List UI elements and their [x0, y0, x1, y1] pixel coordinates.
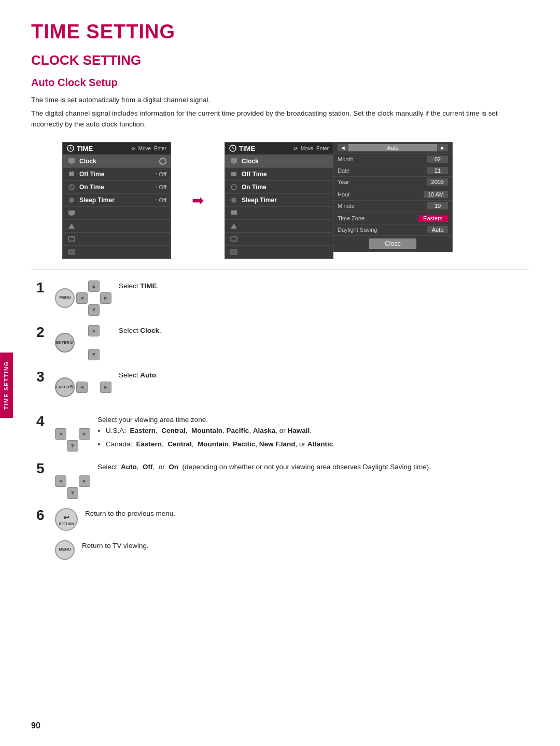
svg-rect-5	[69, 172, 74, 176]
svg-rect-23	[233, 163, 235, 164]
description-2: The digital channel signal includes info…	[31, 108, 529, 130]
nav-right-step3[interactable]: ►	[100, 382, 111, 393]
side-tab-label: TIME SETTING	[0, 353, 13, 418]
tv-panel-left-icon-sleep	[67, 195, 76, 205]
panels-row: TIME ⟳ Move Enter Clock Off Time : Off	[62, 142, 529, 259]
nav-right-step5[interactable]: ►	[79, 475, 90, 487]
tv-panel-left-row-clock: Clock	[63, 155, 171, 168]
tv-panel-left-icon-extra3	[67, 234, 76, 244]
nav-up-step1[interactable]: ▲	[88, 280, 100, 292]
tv-panel-left-value-ontime: : Off	[156, 184, 166, 190]
nav-left-step4[interactable]: ◄	[55, 428, 66, 440]
nav-left-step1[interactable]: ◄	[76, 292, 88, 304]
step-1-text: Select TIME.	[119, 280, 529, 292]
step-5-text: Select Auto, Off, or On (depending on wh…	[97, 461, 529, 473]
tv-panel-right-row-ontime: On Time	[225, 181, 333, 194]
sub-title: Auto Clock Setup	[31, 77, 529, 89]
steps-area: 1 MENU ▲ ▼ ◄ ► Select TIME. 2 ENTER⊙ ▲ ▼…	[36, 280, 529, 560]
page-number: 90	[31, 721, 40, 730]
nav-down-step4[interactable]: ▼	[67, 440, 78, 452]
tv-panel-left-row-extra1	[63, 207, 171, 220]
menu-btn-step1[interactable]: MENU	[55, 288, 75, 308]
tv-panel-right-row-clock: Clock	[225, 155, 333, 168]
step-2-num: 2	[36, 325, 48, 340]
step-7-num	[36, 540, 48, 555]
tv-panel-left-row-offtime: Off Time : Off	[63, 168, 171, 181]
tv-panel-left-label-offtime: Off Time	[79, 171, 156, 178]
tv-panel-right-move-icon: ⟳	[293, 146, 298, 151]
step-5-buttons: ▼ ◄ ►	[55, 463, 90, 499]
svg-rect-12	[68, 210, 75, 215]
step-6-text: Return to the previous menu.	[85, 508, 529, 519]
step-1-num: 1	[36, 280, 48, 295]
tv-panel-right-row-offtime: Off Time	[225, 168, 333, 181]
nav-down-step2[interactable]: ▼	[88, 349, 100, 360]
close-button[interactable]: Close	[369, 238, 416, 249]
auto-next-btn[interactable]: ►	[437, 144, 448, 151]
svg-rect-3	[68, 158, 75, 163]
svg-line-10	[72, 187, 73, 188]
menu-btn-step7[interactable]: MENU	[55, 540, 75, 560]
svg-line-21	[233, 148, 234, 149]
expanded-value-minute: 10	[427, 202, 448, 209]
expanded-row-hour: Hour 10 AM	[333, 189, 452, 201]
tv-panel-right-row-sleep: Sleep Timer	[225, 194, 333, 207]
svg-marker-28	[231, 223, 237, 229]
expanded-label-daylight: Daylight Saving	[338, 227, 427, 233]
nav-cluster-step4: ▼ ◄ ►	[55, 416, 90, 452]
auto-value: Auto	[348, 144, 437, 151]
svg-rect-13	[71, 215, 73, 216]
expanded-row-month: Month 02	[333, 154, 452, 165]
tv-panel-expanded: ◄ Auto ► Month 02 Date 21 Year 2009 H	[333, 142, 453, 252]
expanded-row-year: Year 2009	[333, 177, 452, 188]
clock-icon-right	[229, 145, 236, 152]
nav-up-step2[interactable]: ▲	[88, 325, 100, 336]
step-7-text: Return to TV viewing.	[82, 540, 529, 552]
tv-panel-right-row-ex1	[225, 207, 333, 220]
tv-panel-left-label-sleep: Sleep Timer	[79, 196, 156, 204]
step-7-buttons: MENU	[55, 540, 75, 560]
tv-panel-left-icon-extra2	[67, 221, 76, 231]
description-1: The time is set automatically from a dig…	[31, 95, 529, 105]
page-title: TIME SETTING	[31, 21, 529, 43]
nav-down-step5[interactable]: ▼	[67, 487, 78, 499]
divider	[31, 270, 529, 270]
tv-panel-left-value-offtime: : Off	[156, 171, 166, 177]
tv-panel-left-row-sleep: Sleep Timer : Off	[63, 194, 171, 207]
step-3-row: 3 ENTER⊙ ◄ ► Select Auto.	[36, 370, 529, 405]
tv-panel-right-enter-label: Enter	[316, 146, 329, 151]
svg-rect-22	[231, 158, 237, 163]
step-2-buttons: ENTER⊙ ▲ ▼	[55, 325, 111, 360]
expanded-row-daylight: Daylight Saving Auto	[333, 224, 452, 236]
nav-left-step5[interactable]: ◄	[55, 475, 66, 487]
svg-point-18	[70, 250, 73, 254]
svg-rect-24	[231, 172, 236, 176]
expanded-value-daylight: Auto	[427, 226, 448, 233]
return-btn-step6[interactable]: ↩ RETURN	[55, 508, 78, 531]
step-2-text: Select Clock.	[119, 325, 529, 336]
enter-btn-step3[interactable]: ENTER⊙	[55, 377, 75, 397]
tv-panel-right-row-ex4	[225, 246, 333, 259]
tv-panel-left-move-icon: ⟳	[131, 146, 135, 151]
nav-left-step3[interactable]: ◄	[76, 382, 88, 393]
step-7-row: MENU Return to TV viewing.	[36, 540, 529, 560]
enter-btn-step2[interactable]: ENTER⊙	[55, 333, 75, 353]
svg-rect-16	[71, 236, 73, 237]
auto-prev-btn[interactable]: ◄	[338, 144, 348, 151]
nav-cluster-step3: ◄ ►	[76, 370, 111, 405]
step-6-buttons: ↩ RETURN	[55, 508, 78, 531]
nav-right-step4[interactable]: ►	[79, 428, 90, 440]
expanded-label-month: Month	[338, 156, 427, 162]
expanded-label-date: Date	[338, 167, 427, 174]
tv-panel-left-row-ontime: On Time : Off	[63, 181, 171, 194]
nav-down-step1[interactable]: ▼	[88, 304, 100, 316]
svg-rect-15	[68, 237, 75, 241]
svg-rect-29	[231, 237, 237, 241]
tv-panel-right-label-clock: Clock	[242, 158, 329, 165]
svg-rect-4	[71, 163, 73, 164]
nav-cluster-step5: ▼ ◄ ►	[55, 463, 90, 499]
nav-right-step1[interactable]: ►	[100, 292, 111, 304]
step-3-buttons: ENTER⊙ ◄ ►	[55, 370, 111, 405]
svg-point-26	[231, 198, 236, 203]
step-6-num: 6	[36, 508, 48, 523]
